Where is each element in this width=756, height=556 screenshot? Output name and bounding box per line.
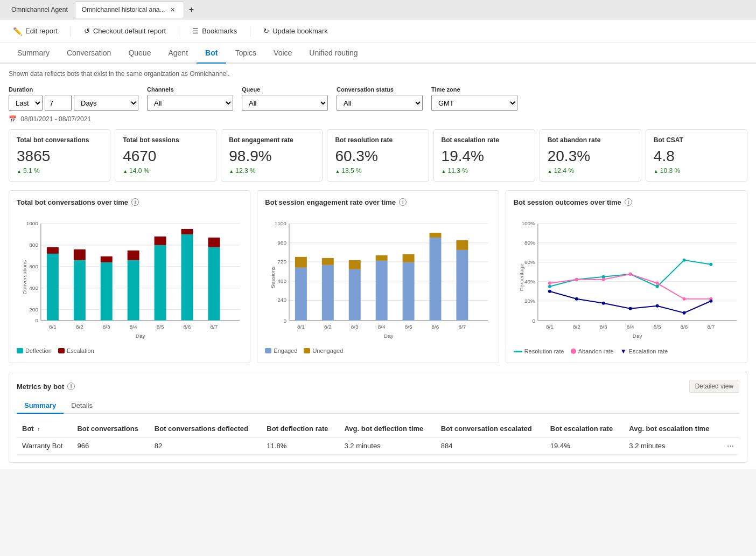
checkout-default-button[interactable]: ↺ Checkout default report <box>80 25 170 37</box>
svg-rect-46 <box>430 238 442 321</box>
chart3-area: Percentage 100% 80% 60% 40% 20% 0 <box>514 213 739 344</box>
chart2-info-icon[interactable]: i <box>399 198 407 206</box>
tab-bot[interactable]: Bot <box>197 43 226 64</box>
svg-text:Day: Day <box>384 332 394 338</box>
kpi-bot-escalation-rate: Bot escalation rate 19.4% 11.3 % <box>433 129 535 182</box>
conv-status-filter: Conversation status All <box>337 86 423 111</box>
svg-rect-47 <box>430 233 442 238</box>
svg-point-76 <box>655 285 659 288</box>
legend-engaged-color <box>265 348 271 353</box>
svg-text:Day: Day <box>136 332 145 338</box>
tab-agent[interactable]: Agent <box>159 43 197 64</box>
conv-status-select[interactable]: All <box>337 95 423 111</box>
cell-deflection-rate: 11.8% <box>261 437 339 455</box>
queue-select[interactable]: All <box>242 95 328 111</box>
update-bookmark-button[interactable]: ↻ Update bookmark <box>259 25 332 37</box>
col-escalated[interactable]: Bot conversation escalated <box>436 420 545 437</box>
bookmarks-button[interactable]: ☰ Bookmarks <box>188 25 241 37</box>
timezone-filter: Time zone GMT <box>431 86 517 111</box>
duration-label: Duration <box>9 86 138 93</box>
svg-text:Day: Day <box>632 332 642 338</box>
refresh-icon: ↻ <box>263 27 269 35</box>
svg-text:0: 0 <box>532 317 535 323</box>
svg-text:8/3: 8/3 <box>351 323 359 329</box>
cell-row-more[interactable]: ⋯ <box>722 437 739 455</box>
tab-unified-routing[interactable]: Unified routing <box>300 43 366 64</box>
svg-text:8/4: 8/4 <box>378 323 386 329</box>
bar-deflection-1 <box>47 254 59 321</box>
sub-tab-summary[interactable]: Summary <box>17 398 64 414</box>
kpi-bot-csat: Bot CSAT 4.8 10.3 % <box>646 129 747 182</box>
queue-filter: Queue All <box>242 86 328 111</box>
chart3-info-icon[interactable]: i <box>625 198 632 206</box>
svg-point-91 <box>682 311 685 314</box>
cell-escalation-rate: 19.4% <box>545 437 624 455</box>
new-tab-button[interactable]: + <box>184 2 199 17</box>
svg-text:8/6: 8/6 <box>432 323 439 329</box>
trend-up-icon-6 <box>654 167 659 175</box>
tab-conversation[interactable]: Conversation <box>58 43 120 64</box>
tab-summary[interactable]: Summary <box>9 43 58 64</box>
chart2-area: Sessions 1100 960 720 480 240 0 <box>265 213 491 344</box>
tab-queue[interactable]: Queue <box>120 43 159 64</box>
kpi-total-bot-conversations: Total bot conversations 3865 5.1 % <box>9 129 110 182</box>
col-deflected[interactable]: Bot conversations deflected <box>149 420 262 437</box>
svg-text:200: 200 <box>29 306 38 312</box>
svg-point-92 <box>709 300 712 303</box>
svg-text:8/1: 8/1 <box>49 323 57 329</box>
svg-rect-49 <box>457 240 468 250</box>
col-avg-deflection-time[interactable]: Avg. bot deflection time <box>339 420 435 437</box>
trend-up-icon-5 <box>548 167 552 175</box>
sub-tab-details[interactable]: Details <box>64 398 100 414</box>
tab-voice[interactable]: Voice <box>265 43 300 64</box>
chart1-area: Conversations 1000 800 600 400 200 0 <box>17 213 242 344</box>
legend-escalation-triangle: ▼ <box>620 348 627 355</box>
bar-deflection-2 <box>74 260 86 321</box>
svg-rect-40 <box>349 269 361 321</box>
svg-text:600: 600 <box>29 263 38 269</box>
chart2-svg: Sessions 1100 960 720 480 240 0 <box>265 213 491 342</box>
kpi-trend-5: 12.4 % <box>548 167 633 175</box>
col-avg-escalation-time[interactable]: Avg. bot escalation time <box>624 420 722 437</box>
bar-escalation-1 <box>47 247 59 254</box>
duration-mode-select[interactable]: Last <box>9 95 43 111</box>
svg-text:960: 960 <box>278 240 287 246</box>
bar-escalation-6 <box>181 229 193 234</box>
svg-text:20%: 20% <box>524 298 535 304</box>
svg-text:800: 800 <box>29 242 38 248</box>
metrics-section: Metrics by bot i Detailed view Summary D… <box>9 372 747 463</box>
channels-select[interactable]: All <box>147 95 233 111</box>
detailed-view-button[interactable]: Detailed view <box>689 380 739 393</box>
browser-tab-1[interactable]: Omnichannel Agent <box>4 1 75 18</box>
nav-tabs: Summary Conversation Queue Agent Bot Top… <box>0 43 756 64</box>
channels-label: Channels <box>147 86 233 93</box>
metrics-table: Bot ↑ Bot conversations Bot conversation… <box>17 420 739 455</box>
metrics-info-icon[interactable]: i <box>67 383 75 390</box>
col-deflection-rate[interactable]: Bot deflection rate <box>261 420 339 437</box>
timezone-select[interactable]: GMT <box>431 95 517 111</box>
col-escalation-rate[interactable]: Bot escalation rate <box>545 420 624 437</box>
browser-tab-2[interactable]: Omnichannel historical ana... ✕ <box>75 1 184 18</box>
kpi-value-5: 20.3% <box>548 148 633 165</box>
svg-point-81 <box>601 278 605 281</box>
metrics-sub-tabs: Summary Details <box>17 398 739 414</box>
col-conversations[interactable]: Bot conversations <box>72 420 149 437</box>
duration-value-input[interactable] <box>45 95 72 111</box>
svg-text:8/5: 8/5 <box>405 323 412 329</box>
chart-bot-conversations: Total bot conversations over time i Conv… <box>9 190 250 364</box>
tab2-close-icon[interactable]: ✕ <box>169 5 177 14</box>
chart3-svg: Percentage 100% 80% 60% 40% 20% 0 <box>514 213 739 342</box>
kpi-title-0: Total bot conversations <box>17 136 102 144</box>
legend-unengaged: Unengaged <box>304 348 343 354</box>
svg-rect-39 <box>322 258 334 265</box>
tab-topics[interactable]: Topics <box>226 43 265 64</box>
header-row: Bot ↑ Bot conversations Bot conversation… <box>17 420 739 437</box>
abandon-line <box>550 274 711 299</box>
edit-report-button[interactable]: ✏️ Edit report <box>9 25 62 38</box>
chart1-info-icon[interactable]: i <box>131 198 139 206</box>
duration-unit-select[interactable]: Days <box>74 95 138 111</box>
duration-row: Last Days <box>9 95 138 111</box>
svg-text:8/6: 8/6 <box>680 323 688 329</box>
kpi-title-6: Bot CSAT <box>654 136 739 144</box>
col-bot[interactable]: Bot ↑ <box>17 420 72 437</box>
